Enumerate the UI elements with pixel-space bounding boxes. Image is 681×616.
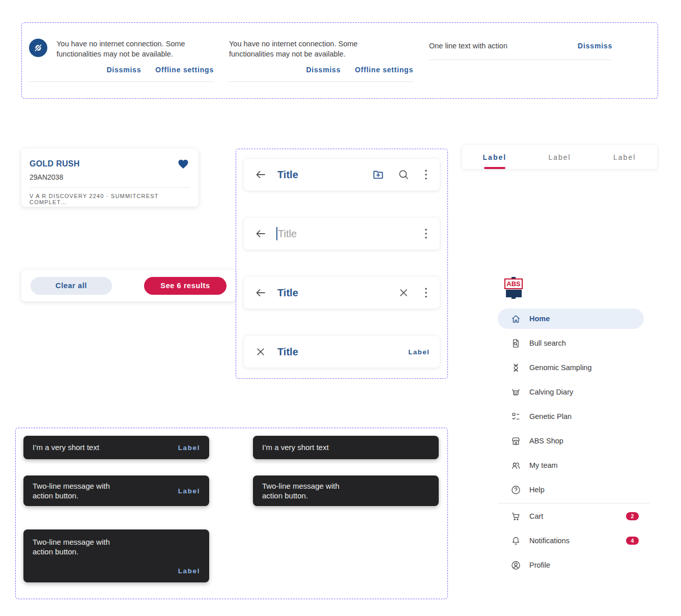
snackbar-short-with-action: I’m a very short text Label: [23, 436, 209, 459]
offline-icon: [29, 39, 47, 57]
tab-label: Label: [548, 153, 571, 161]
bull-card[interactable]: GOLD RUSH 29AN2038 V A R DISCOVERY 2240 …: [21, 149, 198, 207]
banner-message: You have no internet connection. Some fu…: [229, 39, 382, 59]
sidebar-item-genomic-sampling[interactable]: Genomic Sampling: [498, 355, 644, 380]
favorite-heart-icon[interactable]: [177, 158, 189, 170]
appbar-title: Title: [277, 346, 298, 358]
home-icon: [510, 313, 521, 324]
tab-1[interactable]: Label: [462, 145, 527, 169]
divider: [29, 81, 214, 82]
appbar-default: Title: [244, 159, 440, 190]
dismiss-button[interactable]: Dissmiss: [578, 42, 612, 50]
appbar-modal: Title Label: [244, 336, 440, 368]
dismiss-button[interactable]: Dissmiss: [106, 66, 141, 74]
snackbar-two-line-plain: Two-line message with action button.: [253, 475, 439, 506]
offline-banner-with-icon: You have no internet connection. Some fu…: [29, 39, 214, 82]
logo-base-block: [506, 290, 522, 297]
back-arrow-icon[interactable]: [254, 227, 267, 240]
cow-icon: [510, 386, 521, 398]
sidebar-item-cart[interactable]: Cart 2: [498, 504, 644, 528]
dna-icon: [510, 362, 521, 373]
text-cursor: [276, 227, 277, 240]
sidebar-item-genetic-plan[interactable]: Genetic Plan: [498, 404, 644, 429]
close-icon[interactable]: [254, 345, 267, 358]
appbar-title: Title: [277, 169, 298, 181]
offline-settings-button[interactable]: Offline settings: [355, 66, 413, 74]
sidebar-item-label: Bull search: [529, 339, 566, 347]
tab-3[interactable]: Label: [592, 145, 657, 169]
active-tab-indicator: [484, 167, 505, 170]
bull-name: GOLD RUSH: [30, 159, 80, 169]
sidebar-item-label: Profile: [529, 561, 550, 569]
tab-2[interactable]: Label: [527, 145, 592, 169]
sidebar-item-home[interactable]: Home: [498, 309, 644, 329]
bull-search-icon: [510, 338, 521, 349]
team-icon: [510, 460, 521, 471]
tab-label: Label: [483, 153, 507, 161]
notifications-badge: 4: [626, 537, 639, 545]
snackbar-message: Two-line message with action button.: [262, 481, 350, 500]
logo-bottom-nub: [512, 297, 516, 299]
sidebar-item-abs-shop[interactable]: ABS Shop: [498, 429, 644, 453]
tab-label: Label: [613, 153, 636, 161]
close-icon[interactable]: [397, 286, 410, 299]
kebab-menu-icon[interactable]: [422, 168, 430, 181]
title-input[interactable]: Title: [278, 228, 297, 240]
sidebar-item-label: Notifications: [529, 537, 570, 545]
sidebar-item-calving-diary[interactable]: Calving Diary: [498, 380, 644, 404]
clear-all-button[interactable]: Clear all: [31, 277, 112, 295]
sidebar-item-label: My team: [529, 461, 558, 469]
offline-settings-button[interactable]: Offline settings: [155, 66, 214, 74]
sidebar-item-label: ABS Shop: [529, 437, 563, 445]
snackbar-action-button[interactable]: Label: [178, 567, 200, 575]
tab-bar: Label Label Label: [462, 145, 657, 169]
banner-message: You have no internet connection. Some fu…: [56, 39, 209, 59]
sidebar-item-my-team[interactable]: My team: [498, 453, 644, 478]
snackbar-short-plain: I’m a very short text: [253, 436, 439, 459]
dismiss-button[interactable]: Dissmiss: [306, 66, 340, 74]
snackbar-action-button[interactable]: Label: [178, 487, 200, 495]
sidebar-item-label: Genomic Sampling: [529, 363, 592, 372]
snackbar-two-line-with-action: Two-line message with action button. Lab…: [23, 475, 209, 506]
sidebar-item-label: Home: [529, 315, 550, 323]
banner-message: One line text with action: [429, 41, 507, 51]
appbar-action-button[interactable]: Label: [408, 348, 430, 356]
offline-banner-text-only: You have no internet connection. Some fu…: [229, 39, 413, 82]
sidebar-item-label: Genetic Plan: [529, 412, 572, 421]
bell-icon: [510, 535, 521, 546]
bull-code: 29AN2038: [21, 170, 198, 181]
snackbar-message: Two-line message with action button.: [33, 537, 120, 556]
help-icon: [510, 484, 521, 495]
sidebar-item-label: Calving Diary: [529, 388, 573, 396]
kebab-menu-icon[interactable]: [422, 286, 430, 299]
sidebar-item-help[interactable]: Help: [498, 478, 644, 502]
snackbar-message: I’m a very short text: [33, 442, 99, 452]
checklist-icon: [510, 411, 521, 422]
design-canvas: You have no internet connection. Some fu…: [0, 0, 681, 616]
back-arrow-icon[interactable]: [254, 168, 267, 181]
folder-add-icon[interactable]: [372, 168, 385, 181]
sidebar-item-bull-search[interactable]: Bull search: [498, 331, 644, 355]
cart-badge: 2: [626, 512, 639, 520]
cart-icon: [510, 511, 521, 522]
sidebar-item-label: Cart: [529, 512, 543, 520]
see-results-button[interactable]: See 6 results: [144, 277, 226, 295]
sidebar-item-notifications[interactable]: Notifications 4: [498, 528, 644, 553]
divider: [429, 60, 612, 60]
search-icon[interactable]: [397, 168, 410, 181]
logo-text: ABS: [504, 278, 522, 289]
abs-logo: ABS: [505, 277, 522, 299]
snackbar-message: I’m a very short text: [262, 442, 329, 452]
back-arrow-icon[interactable]: [254, 286, 267, 299]
storefront-icon: [510, 435, 521, 446]
sidebar-item-label: Help: [529, 486, 545, 494]
kebab-menu-icon[interactable]: [422, 227, 430, 240]
bull-pedigree: V A R DISCOVERY 2240 · SUMMITCREST COMPL…: [21, 188, 198, 205]
divider: [229, 81, 413, 82]
sidebar-item-profile[interactable]: Profile: [498, 553, 644, 577]
snackbar-action-button[interactable]: Label: [178, 444, 200, 452]
snackbar-message: Two-line message with action button.: [33, 481, 120, 500]
profile-icon: [510, 559, 521, 571]
appbar-title: Title: [277, 287, 298, 299]
appbar-with-clear: Title: [244, 277, 440, 309]
